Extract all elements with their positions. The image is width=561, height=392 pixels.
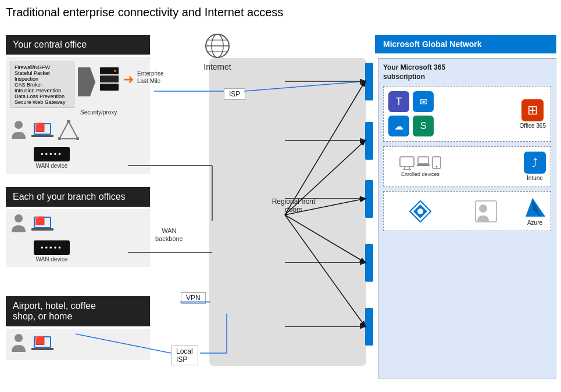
azure-row: Azure bbox=[388, 196, 546, 226]
azure-ad-icon bbox=[408, 199, 433, 224]
server-stack bbox=[99, 66, 120, 100]
wan-device-box-central: ••••• bbox=[34, 147, 70, 161]
svg-rect-19 bbox=[31, 228, 53, 231]
security-arrow bbox=[78, 67, 95, 96]
office365-label-group: ⊞ Office 365 bbox=[520, 99, 546, 129]
mobile-office-content: 🟥 bbox=[6, 329, 150, 360]
person-icon-mobile bbox=[10, 333, 27, 355]
blue-bar-4 bbox=[365, 244, 373, 282]
security-item-5: Data Loss Prevention bbox=[15, 93, 70, 99]
central-office-content: Firewall/NGFW Stateful Packet Inspection… bbox=[6, 57, 150, 174]
monitor-icon bbox=[399, 156, 415, 170]
intune-label: Intune bbox=[527, 175, 543, 181]
internet-area: Internet bbox=[203, 32, 231, 71]
svg-point-32 bbox=[436, 166, 438, 167]
enterprise-last-mile: EnterpriseLast Mile bbox=[137, 70, 164, 85]
svg-point-35 bbox=[417, 208, 423, 214]
sharepoint-icon: S bbox=[413, 116, 434, 136]
mobile-office-section: Airport, hotel, coffeeshop, or home 🟥 bbox=[6, 296, 150, 368]
branch-devices-row: 🟥 bbox=[10, 214, 145, 236]
person-icon-central bbox=[10, 120, 27, 142]
security-items-box: Firewall/NGFW Stateful Packet Inspection… bbox=[10, 62, 74, 108]
blue-bar-3 bbox=[365, 180, 373, 218]
mobile-devices-row: 🟥 bbox=[10, 333, 145, 355]
enterprise-arrow: ➜ bbox=[123, 72, 134, 87]
person-card-icon bbox=[475, 200, 497, 222]
azure-icon bbox=[524, 196, 546, 218]
diagram-container: Traditional enterprise connectivity and … bbox=[0, 0, 561, 392]
central-devices-row: 🟥 bbox=[10, 120, 145, 142]
security-item-6: Secure Web Gateway bbox=[15, 99, 70, 105]
enrolled-devices-label: Enrolled devices bbox=[401, 171, 439, 177]
svg-point-17 bbox=[15, 214, 23, 222]
laptop-central: 🟥 bbox=[31, 122, 53, 141]
intune-icon: ⤴ bbox=[524, 152, 546, 174]
azure-diamond-icon bbox=[409, 200, 432, 223]
security-item-4: Intrusion Prevention bbox=[15, 88, 70, 93]
laptop-branch: 🟥 bbox=[31, 215, 53, 234]
person-icon-branch bbox=[10, 214, 27, 236]
blue-bar-2 bbox=[365, 122, 373, 160]
wan-backbone-label: WANbackbone bbox=[155, 226, 183, 243]
office-logo-central: 🟥 bbox=[35, 123, 45, 131]
enrolled-device-icons bbox=[399, 156, 441, 170]
branch-office-label: Each of your branch offices bbox=[6, 187, 150, 207]
vpn-label: VPN bbox=[181, 292, 206, 304]
wan-device-label-central: WAN device bbox=[34, 163, 70, 169]
security-proxy-label: Security/proxy bbox=[80, 109, 145, 116]
wan-device-central-row: ••••• WAN device bbox=[34, 147, 145, 169]
branch-office-content: 🟥 ••••• WAN device bbox=[6, 209, 150, 267]
office365-dashed-box: T ✉ ☁ S ⊞ Office 365 bbox=[383, 86, 551, 142]
office365-icons: T ✉ ☁ S bbox=[388, 91, 452, 136]
wan-device-label-branch: WAN device bbox=[34, 256, 70, 262]
intune-group: ⤴ Intune bbox=[524, 152, 546, 181]
user-icon bbox=[10, 120, 27, 140]
onedrive-icon: ☁ bbox=[388, 116, 409, 136]
svg-point-21 bbox=[15, 334, 23, 342]
exchange-icon: ✉ bbox=[413, 91, 434, 112]
blue-bar-1 bbox=[365, 63, 373, 100]
central-office-section: Your central office Firewall/NGFW Statef… bbox=[6, 35, 150, 182]
local-isp-label: LocalISP bbox=[171, 346, 198, 365]
enrolled-devices-group: Enrolled devices bbox=[388, 156, 452, 177]
wan-device-box-branch: ••••• bbox=[34, 240, 70, 255]
office365-icon: ⊞ bbox=[521, 99, 544, 121]
central-office-label: Your central office bbox=[6, 35, 150, 55]
svg-rect-30 bbox=[417, 164, 430, 166]
isp-label: ISP bbox=[224, 88, 245, 100]
page-title: Traditional enterprise connectivity and … bbox=[6, 6, 555, 19]
svg-rect-23 bbox=[31, 348, 53, 350]
local-isp-label-container: LocalISP bbox=[171, 346, 198, 365]
azure-dashed-box: Azure bbox=[383, 191, 551, 231]
msft-global-network-header: Microsoft Global Network bbox=[375, 35, 556, 53]
intune-dashed-box: Enrolled devices ⤴ Intune bbox=[383, 146, 551, 186]
network-icon bbox=[58, 120, 79, 140]
regional-front-doors-label: Regional front doors bbox=[265, 197, 323, 214]
person-card-group bbox=[475, 200, 497, 222]
security-item-3: CAS Broker bbox=[15, 82, 70, 88]
svg-rect-7 bbox=[100, 84, 119, 91]
laptop-mobile: 🟥 bbox=[31, 335, 53, 354]
server-icon bbox=[99, 66, 120, 98]
svg-marker-13 bbox=[59, 121, 78, 139]
wan-device-branch: ••••• WAN device bbox=[34, 240, 70, 262]
vpn-label-container: VPN bbox=[181, 292, 206, 304]
office365-row: T ✉ ☁ S ⊞ Office 365 bbox=[388, 91, 546, 136]
azure-group: Azure bbox=[524, 196, 546, 226]
azure-ad-group bbox=[388, 199, 452, 224]
azure-logo-icon bbox=[524, 197, 545, 218]
teams-icon: T bbox=[388, 91, 409, 112]
office-logo-mobile: 🟥 bbox=[35, 336, 45, 344]
wan-device-branch-row: ••••• WAN device bbox=[34, 240, 145, 262]
laptop-small-icon bbox=[417, 156, 430, 168]
isp-label-container: ISP bbox=[224, 88, 245, 100]
tablet-icon bbox=[432, 156, 441, 169]
svg-rect-25 bbox=[400, 157, 414, 167]
wan-device-central: ••••• WAN device bbox=[34, 147, 70, 169]
branch-office-section: Each of your branch offices 🟥 bbox=[6, 187, 150, 275]
office-logo-branch: 🟥 bbox=[35, 217, 45, 225]
globe-icon bbox=[203, 32, 231, 60]
svg-point-9 bbox=[15, 121, 23, 129]
msft-subscription-title: Your Microsoft 365subscription bbox=[383, 63, 551, 81]
mobile-office-label: Airport, hotel, coffeeshop, or home bbox=[6, 296, 150, 326]
